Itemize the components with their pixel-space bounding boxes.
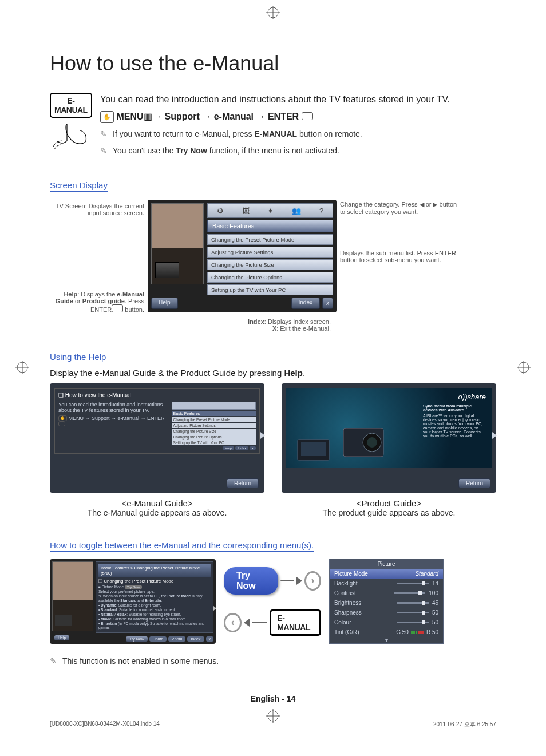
emg-caption-title: <e-Manual Guide> [50, 498, 264, 508]
arrow-right-icon [260, 432, 265, 439]
bullet-movie: • Movie: Suitable for watching movies in… [98, 617, 211, 621]
page-number: English - 14 [50, 694, 496, 703]
sharpness-row[interactable]: Sharpness50 [330, 608, 443, 618]
emg-path: ✋ MENU → Support → e-Manual → ENTER [58, 415, 168, 427]
submenu-item[interactable]: Changing the Preset Picture Mode [207, 234, 333, 245]
callout-tvscreen: TV Screen: Displays the current input so… [50, 203, 144, 216]
pg-body: AllShare™ syncs your digital devices so … [423, 414, 486, 438]
callout-help: Help: Displays the e-Manual Guide or Pro… [50, 291, 144, 313]
callout-index: Index: Displays index screen. [148, 318, 331, 325]
emanual-guide-screen: ❑ How to view the e-Manual You can read … [50, 383, 264, 493]
contrast-row[interactable]: Contrast100 [330, 588, 443, 598]
backlight-row[interactable]: Backlight14 [330, 579, 443, 588]
submenu-item[interactable]: Changing the Picture Options [207, 272, 333, 283]
index-button[interactable]: Index [187, 636, 204, 642]
picture-menu: Picture Picture ModeStandard Backlight14… [329, 559, 444, 644]
bullet-natural: • Natural / Relax: Suitable for reducing… [98, 612, 211, 616]
detail-heading: ❑ Changing the Preset Picture Mode [98, 579, 211, 584]
crop-mark-left [15, 361, 29, 374]
mini-item: Adjusting Picture Settings [172, 423, 256, 428]
tv-screen-thumbnail [52, 561, 93, 631]
emg-desc: You can read the introduction and instru… [58, 402, 168, 413]
tv-screen-thumbnail [151, 203, 204, 284]
using-help-line: Display the e-Manual Guide & the Product… [50, 368, 496, 378]
emg-title: ❑ How to view the e-Manual [58, 392, 256, 398]
chevron-down-icon[interactable]: ▾ [330, 637, 443, 643]
pg-heading: Sync media from multiple devices with Al… [423, 404, 472, 412]
picture-mode-line: ■ Picture Mode Try Now [98, 585, 211, 589]
help-button[interactable]: Help [54, 635, 69, 640]
note-return: If you want to return to e-Manual, press… [100, 128, 496, 140]
tint-row[interactable]: Tint (G/R) G 50 R 50 [330, 627, 443, 637]
category-icon[interactable]: ⚙ [217, 207, 224, 215]
callout-category: Change the category. Press ◀ or ▶ button… [340, 201, 457, 215]
emg-caption-sub: The e-Manual guide appears as above. [50, 508, 264, 517]
category-icon-row[interactable]: ⚙ 🖼 ✦ 👥 ? [207, 203, 333, 218]
callout-x: X: Exit the e-Manual. [148, 325, 331, 332]
submenu-item[interactable]: Changing the Picture Size [207, 259, 333, 270]
tint-slider[interactable] [411, 631, 424, 634]
category-icon[interactable]: ? [319, 207, 323, 215]
bullet-entertain: • Entertain (In PC mode only): Suitable … [98, 622, 211, 630]
allshare-logo: o))share [458, 393, 486, 401]
arrow-right-icon [213, 605, 216, 611]
category-icon[interactable]: 🖼 [242, 207, 250, 215]
enter-icon [302, 112, 313, 120]
category-icon[interactable]: ✦ [267, 207, 274, 215]
section-screen-display: Screen Display [50, 180, 108, 192]
mini-item: Changing the Picture Size [172, 429, 256, 434]
mini-item: Changing the Preset Picture Mode [172, 417, 256, 422]
hand-icon: ✋ [100, 111, 114, 123]
picture-menu-title: Picture [330, 559, 443, 569]
svg-rect-10 [301, 442, 326, 456]
zoom-button[interactable]: Zoom [168, 636, 185, 642]
page-title: How to use the e-Manual [50, 52, 496, 76]
mini-category: Basic Features [172, 411, 256, 416]
crop-mark-right [517, 361, 531, 374]
emanual-remote-icon: E-MANUAL [50, 93, 90, 160]
detail-note: ✎ When an input source is set to PC, the… [98, 594, 211, 603]
submenu-item[interactable]: Adjusting Picture Settings [207, 247, 333, 258]
trynow-button[interactable]: Try Now [126, 636, 148, 642]
note-not-enabled: This function is not enabled in some men… [50, 656, 496, 666]
mini-x: x [250, 446, 256, 450]
category-label[interactable]: Basic Features [207, 220, 333, 232]
submenu-item[interactable]: Setting up the TV with Your PC [207, 284, 333, 295]
pg-caption-sub: The product guide appears as above. [282, 508, 496, 517]
detail-select: Select your preferred picture type. [98, 589, 211, 593]
mini-index: Index [235, 446, 248, 450]
picture-mode-row[interactable]: Picture ModeStandard [330, 569, 443, 579]
menu-path: ✋ MENU▥ → Support → e-Manual → ENTER [100, 110, 496, 124]
intro-text: You can read the introduction and instru… [100, 93, 496, 106]
mini-help: Help [223, 446, 234, 450]
trynow-oval-button[interactable]: Try Now [224, 567, 278, 595]
emanual-arrow: ‹ E-MANUAL [224, 609, 321, 636]
section-toggle: How to toggle between the e-Manual and t… [50, 540, 314, 552]
mini-item: Changing the Picture Options [172, 434, 256, 440]
category-icon[interactable]: 👥 [292, 207, 301, 215]
return-button[interactable]: Return [227, 478, 259, 488]
brightness-row[interactable]: Brightness45 [330, 598, 443, 608]
svg-point-13 [367, 437, 377, 448]
pg-caption-title: <Product Guide> [282, 498, 496, 508]
trynow-badge: Try Now [125, 585, 142, 589]
return-button[interactable]: Return [458, 478, 490, 488]
mini-item: Setting up the TV with Your PC [172, 440, 256, 445]
enter-icon [112, 304, 123, 312]
bullet-standard: • Standard: Suitable for a normal enviro… [98, 608, 211, 612]
emanual-remote-button[interactable]: E-MANUAL [270, 609, 321, 636]
colour-row[interactable]: Colour50 [330, 618, 443, 627]
circle-right-icon: › [304, 571, 321, 591]
mini-icon-row [172, 402, 256, 410]
callout-submenu: Displays the sub-menu list. Press ENTER … [340, 250, 457, 263]
index-button[interactable]: Index [291, 298, 320, 309]
breadcrumb: Basic Features > Changing the Preset Pic… [98, 564, 211, 577]
help-button[interactable]: Help [151, 298, 178, 309]
arrow-right-icon [492, 432, 497, 439]
product-guide-screen: o))share Sync media from multiple device… [282, 383, 496, 493]
emanual-detail-screen: Basic Features > Changing the Preset Pic… [50, 559, 216, 644]
home-button[interactable]: Home [149, 636, 167, 642]
note-trynow: You can't use the Try Now function, if t… [100, 145, 496, 157]
exit-button[interactable]: x [322, 298, 333, 309]
exit-button[interactable]: x [206, 636, 214, 642]
